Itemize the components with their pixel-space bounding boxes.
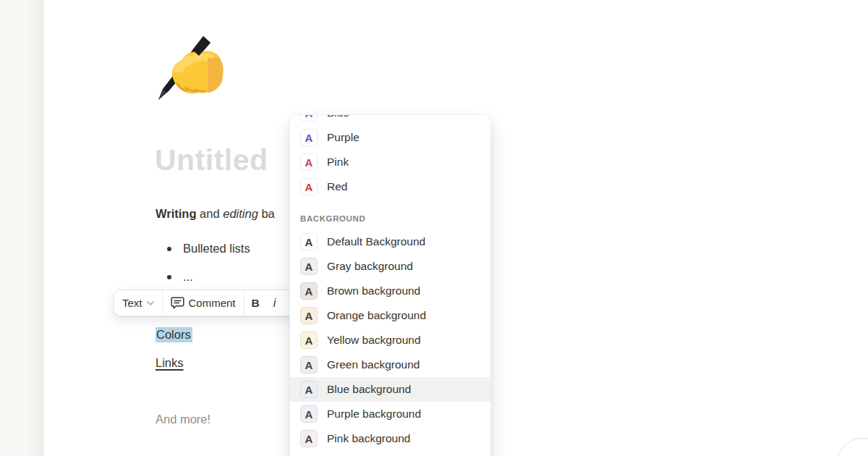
dropdown-item[interactable]: A Purple background bbox=[290, 402, 490, 426]
writing-hand-icon bbox=[153, 33, 228, 104]
dropdown-item-label: Green background bbox=[327, 358, 420, 371]
dropdown-item-label: Blue background bbox=[327, 383, 411, 396]
background-section-header: BACKGROUND bbox=[300, 214, 480, 223]
color-chip-icon: A bbox=[300, 307, 318, 324]
dropdown-item-label: Pink bbox=[327, 156, 349, 169]
help-button[interactable] bbox=[836, 438, 868, 456]
dropdown-item[interactable]: A Green background bbox=[290, 352, 490, 377]
dropdown-item[interactable]: A Pink background bbox=[290, 426, 490, 451]
color-menu-dropdown: A Blue A Purple A Pink A Red BACKGROUND … bbox=[289, 114, 491, 456]
color-chip-icon: A bbox=[300, 114, 318, 122]
dropdown-item-label: Pink background bbox=[327, 432, 410, 445]
comment-button[interactable]: Comment bbox=[163, 290, 244, 316]
italic-word: editing bbox=[223, 207, 258, 220]
intro-paragraph[interactable]: Writing and editing ba bbox=[156, 207, 275, 221]
color-chip-icon: A bbox=[300, 178, 318, 195]
italic-button[interactable]: i bbox=[267, 290, 283, 316]
list-item[interactable]: ... bbox=[156, 263, 250, 291]
plain-word-clipped: ba bbox=[258, 207, 275, 220]
page-icon-writing-hand-emoji[interactable] bbox=[153, 33, 228, 104]
turn-into-text-button[interactable]: Text bbox=[114, 290, 162, 316]
bulleted-list: Bulleted lists ... bbox=[156, 235, 250, 291]
bullet-dot-icon bbox=[167, 275, 171, 279]
color-chip-icon: A bbox=[300, 332, 318, 349]
plain-word: and bbox=[197, 207, 224, 220]
selected-text-highlight: Colors bbox=[156, 327, 192, 342]
dropdown-item-label: Yellow background bbox=[327, 334, 421, 347]
and-more-text[interactable]: And more! bbox=[156, 413, 210, 426]
color-chip-icon: A bbox=[300, 258, 318, 275]
chevron-down-icon bbox=[147, 301, 154, 305]
dropdown-item[interactable]: A Red bbox=[290, 174, 490, 199]
dropdown-item-label: Orange background bbox=[327, 309, 426, 322]
color-chip-icon: A bbox=[300, 282, 318, 300]
dropdown-item-label: Default Background bbox=[327, 235, 425, 248]
background-color-list: A Default Background A Gray background A… bbox=[290, 229, 490, 451]
color-chip-icon: A bbox=[300, 153, 318, 171]
list-item-label: ... bbox=[183, 270, 193, 284]
dropdown-item[interactable]: A Yellow background bbox=[290, 328, 490, 352]
links-link[interactable]: Links bbox=[156, 356, 184, 369]
dropdown-item[interactable]: A Orange background bbox=[290, 303, 490, 328]
text-button-label: Text bbox=[122, 297, 142, 309]
color-chip-icon: A bbox=[300, 129, 318, 146]
text-color-list: A Blue A Purple A Pink A Red bbox=[290, 114, 490, 199]
bold-button[interactable]: B bbox=[244, 290, 267, 316]
dropdown-item-label: Blue bbox=[327, 114, 349, 119]
comment-button-label: Comment bbox=[189, 297, 236, 309]
dropdown-item-label: Brown background bbox=[327, 284, 420, 297]
dropdown-item[interactable]: A Purple bbox=[290, 125, 490, 150]
dropdown-item[interactable]: A Gray background bbox=[290, 254, 490, 279]
color-chip-icon: A bbox=[300, 356, 318, 373]
dropdown-item-label: Gray background bbox=[327, 260, 413, 273]
dropdown-item[interactable]: A Blue bbox=[290, 114, 490, 125]
sidebar[interactable] bbox=[0, 0, 43, 456]
dropdown-item[interactable]: A Default Background bbox=[290, 229, 490, 254]
bold-word: Writing bbox=[156, 207, 197, 220]
comment-bubble-icon bbox=[171, 296, 184, 310]
color-chip-icon: A bbox=[300, 233, 318, 250]
list-item[interactable]: Bulleted lists bbox=[156, 235, 250, 263]
dropdown-item[interactable]: A Blue background bbox=[290, 377, 490, 402]
page-title-placeholder[interactable]: Untitled bbox=[155, 143, 268, 177]
format-toolbar: Text Comment B i bbox=[114, 290, 296, 316]
bullet-dot-icon bbox=[167, 247, 171, 251]
dropdown-item[interactable]: A Pink bbox=[290, 150, 490, 174]
notion-app-window: Untitled Writing and editing ba Bulleted… bbox=[0, 0, 868, 456]
dropdown-item-label: Purple background bbox=[327, 408, 421, 421]
links-text-line: Links bbox=[156, 356, 184, 370]
color-chip-icon: A bbox=[300, 430, 318, 447]
dropdown-item-label: Purple bbox=[327, 131, 359, 144]
dropdown-item-label: Red bbox=[327, 180, 347, 193]
color-chip-icon: A bbox=[300, 405, 318, 423]
dropdown-item[interactable]: A Brown background bbox=[290, 279, 490, 303]
colors-text-line[interactable]: Colors bbox=[156, 328, 192, 342]
color-chip-icon: A bbox=[300, 381, 318, 398]
list-item-label: Bulleted lists bbox=[183, 242, 250, 256]
